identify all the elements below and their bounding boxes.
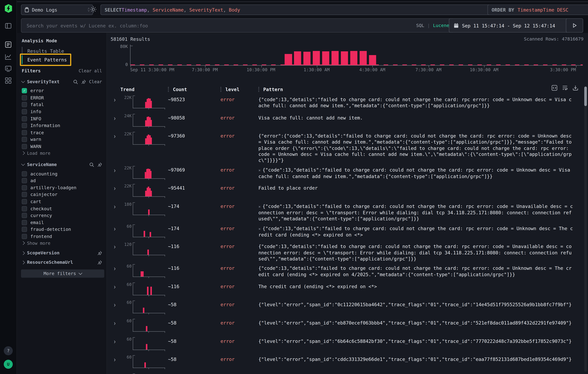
filter-option-frontend[interactable]: frontend [22,233,104,240]
checkbox-icon[interactable] [22,137,27,142]
filter-option-WARN[interactable]: WARN [22,143,104,150]
order-by-editor[interactable]: ORDER BY TimestampTime DESC [487,5,588,15]
checkbox-icon[interactable] [22,109,27,114]
dismiss-x-icon[interactable]: × [258,227,261,231]
filter-option-info[interactable]: info [22,108,104,115]
expand-chevron-icon[interactable]: › [111,182,120,192]
clear-all-link[interactable]: Clear all [79,68,102,73]
pattern-row[interactable]: ›60~58error{"level":"error","span_id":"0… [111,298,583,317]
pattern-row[interactable]: ›60~58error{"level":"error","span_id":"6… [111,335,583,353]
filter-option-fatal[interactable]: fatal [22,101,104,108]
run-query-button[interactable] [566,18,583,32]
logs-list-icon[interactable] [5,41,11,48]
column-header-pattern[interactable]: Pattern [258,86,584,92]
gear-icon[interactable] [90,6,97,13]
expand-chevron-icon[interactable]: › [111,298,120,309]
column-resize-handle[interactable] [168,87,169,92]
mode-sql[interactable]: SQL [416,23,424,28]
filter-option-ad[interactable]: ad [22,177,104,184]
expand-chevron-icon[interactable]: › [111,200,120,211]
expand-chevron-icon[interactable]: › [111,334,120,345]
filter-option-Information[interactable]: Information [22,122,104,129]
pin-icon[interactable] [97,251,102,255]
checkbox-icon[interactable] [22,116,27,121]
pattern-row[interactable]: ›22K~97360error{"error":{"code":13,"deta… [111,130,583,163]
filter-option-INFO[interactable]: INFO [22,115,104,122]
analysis-mode-item-event-patterns[interactable]: Event Patterns [22,55,104,64]
filter-option-currency[interactable]: currency [22,212,104,219]
expand-chevron-icon[interactable]: › [111,280,120,291]
checkbox-icon[interactable] [22,206,27,211]
expand-chevron-icon[interactable]: › [111,316,120,327]
wrap-text-icon[interactable] [562,85,568,91]
severity-clear-link[interactable]: Clear [89,79,102,84]
pattern-row[interactable]: ›180~174error×{"code":13,"details":"fail… [111,200,583,222]
pattern-row[interactable]: ›24K~98058errorVisa cache full: cannot a… [111,111,583,130]
search-icon[interactable] [73,79,78,84]
checkbox-icon[interactable] [22,144,27,149]
pin-icon[interactable] [97,162,102,167]
expand-chevron-icon[interactable]: › [111,130,120,140]
service-show-more[interactable]: Show more [22,240,104,246]
checkbox-icon[interactable] [22,199,27,204]
dismiss-x-icon[interactable]: × [258,168,261,172]
pattern-row[interactable]: ›22K~95441errorFailed to place order [111,182,583,200]
filter-option-error[interactable]: ✓error [22,87,104,94]
expand-chevron-icon[interactable]: › [111,262,120,273]
pin-icon[interactable] [97,260,102,265]
pattern-row[interactable]: ›120~116error{"code":13,"details":"faile… [111,240,583,262]
sql-select-editor[interactable]: SELECT Timestamp, ServiceName, SeverityT… [101,5,491,15]
filter-option-ERROR[interactable]: ERROR [22,94,104,101]
checkbox-icon[interactable] [22,123,27,128]
checkbox-icon[interactable] [22,102,27,107]
terminal-icon[interactable] [5,65,11,72]
mode-lucene[interactable]: Lucene [433,23,449,28]
more-filters-button[interactable]: More filters [21,270,104,278]
filter-option-artillery-loadgen[interactable]: artillery-loadgen [22,184,104,191]
pin-icon[interactable] [81,79,86,84]
checkbox-icon[interactable] [22,234,27,239]
expand-chevron-icon[interactable]: › [111,240,120,251]
services-grid-icon[interactable] [5,77,11,84]
column-header-level[interactable]: level [220,86,258,92]
filter-option-cart[interactable]: cart [22,198,104,205]
column-resize-handle[interactable] [258,87,260,92]
collapse-panel-icon[interactable] [5,22,11,29]
checkbox-icon[interactable] [22,130,27,135]
checkbox-icon[interactable] [22,95,27,100]
filter-option-accounting[interactable]: accounting [22,170,104,177]
severity-load-more[interactable]: Load more [22,150,104,156]
user-avatar[interactable]: U [4,360,13,369]
checkbox-icon[interactable] [22,171,27,176]
filter-option-email[interactable]: email [22,219,104,226]
pattern-row[interactable]: ›22K~97069error×{"code":13,"details":"fa… [111,163,583,182]
filter-option-warn[interactable]: warn [22,136,104,143]
column-header-trend[interactable]: Trend [120,86,168,92]
source-select[interactable]: Demo Logs ˄˅ [21,5,93,15]
filter-option-fraud-detection[interactable]: fraud-detection [22,226,104,233]
expand-chevron-icon[interactable]: › [111,163,120,174]
pattern-row[interactable]: ›60~116error{"code":13,"details":"failed… [111,262,583,280]
expand-chevron-icon[interactable]: › [111,222,120,232]
pattern-row[interactable]: ›60~58error{"level":"error","span_id":"3… [111,371,583,374]
download-icon[interactable] [573,85,578,91]
pattern-row[interactable]: ›60~58error{"level":"error","span_id":"e… [111,317,583,335]
filter-option-trace[interactable]: trace [22,129,104,136]
pattern-row[interactable]: ›60~174error×{"code":13,"details":"faile… [111,222,583,240]
column-header-count[interactable]: Count [168,86,220,92]
filter-group-resourceschemaurl[interactable]: ResourceSchemaUrl [22,260,104,265]
app-logo-icon[interactable] [4,4,13,13]
expand-chevron-icon[interactable]: › [111,111,120,122]
expand-chevron-icon[interactable]: › [111,93,120,104]
date-range-picker[interactable]: Sep 11 15:47:14 - Sep 12 15:47:14 [449,18,571,32]
checkbox-icon[interactable] [22,185,27,190]
search-input[interactable] [26,22,413,29]
analysis-mode-item-results-table[interactable]: Results Table [22,47,104,56]
scrollbar-thumb[interactable] [584,87,587,106]
filter-group-servicename[interactable]: ServiceName [22,162,104,167]
chart-line-icon[interactable] [5,53,11,60]
filter-option-cainjector[interactable]: cainjector [22,191,104,198]
pattern-row[interactable]: ›60~116errorThe credit card (ending <*> … [111,280,583,298]
pattern-row[interactable]: ›22K~98523error{"code":13,"details":"fai… [111,93,583,111]
code-braces-icon[interactable] [552,85,557,91]
